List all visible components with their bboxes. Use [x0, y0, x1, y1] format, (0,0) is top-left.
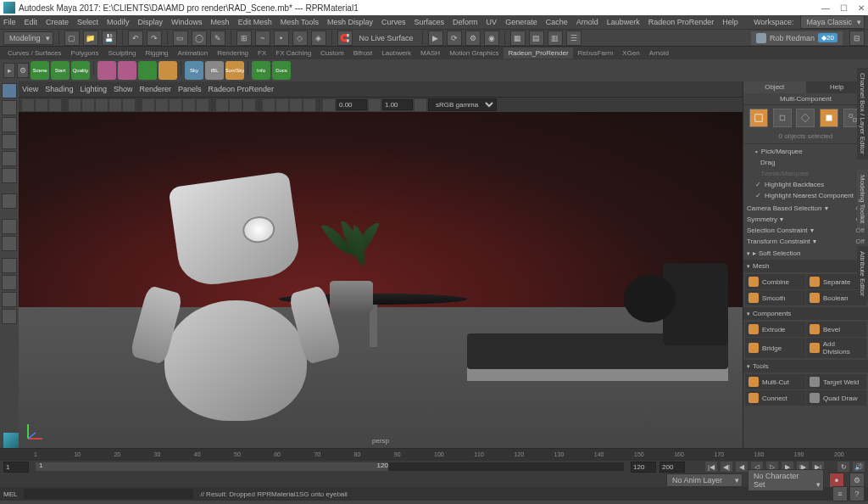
rewind-button[interactable]: |◀ — [705, 462, 717, 472]
shelf-tab-mash[interactable]: MASH — [416, 48, 444, 59]
side-tab-attribute[interactable]: Attribute Editor — [857, 246, 868, 301]
comp-tool-bevel[interactable]: Bevel — [806, 322, 866, 337]
mesh-tool-combine[interactable]: Combine — [745, 274, 805, 289]
components-header[interactable]: Components — [743, 307, 868, 320]
help-line-icon[interactable]: ? — [849, 486, 865, 501]
layout-b[interactable] — [2, 275, 17, 290]
panel3-icon[interactable]: ▥ — [548, 31, 563, 46]
panels-menu[interactable]: Panels — [178, 85, 202, 93]
snap-curve-icon[interactable]: ~ — [255, 31, 270, 46]
vp-shadow-icon[interactable] — [197, 99, 209, 111]
menu-edit[interactable]: Edit — [25, 18, 38, 26]
paint-tool[interactable] — [2, 117, 17, 132]
maximize-button[interactable]: ☐ — [840, 3, 848, 13]
menu-modify[interactable]: Modify — [107, 18, 130, 26]
anim-layer-select[interactable]: No Anim Layer — [666, 473, 743, 487]
new-scene-icon[interactable]: ▢ — [64, 31, 80, 46]
shelf-menu-icon[interactable]: ⚙ — [17, 63, 29, 78]
menu-uv[interactable]: UV — [487, 18, 498, 26]
script-lang-label[interactable]: MEL — [3, 490, 17, 498]
menu-cache[interactable]: Cache — [546, 18, 568, 26]
minimize-button[interactable]: — — [821, 3, 830, 13]
mesh-header[interactable]: Mesh — [743, 260, 868, 272]
vp-gate-icon[interactable] — [96, 99, 108, 111]
edge-mode-icon[interactable] — [796, 109, 815, 127]
viewport[interactable]: persp — [19, 112, 743, 448]
menu-select[interactable]: Select — [77, 18, 98, 26]
snap-grid-icon[interactable]: ⊞ — [236, 31, 252, 46]
select-tool[interactable] — [2, 83, 17, 98]
playback-start-input[interactable] — [3, 462, 29, 473]
hypershade-icon[interactable]: ◉ — [484, 31, 499, 46]
paint-select-icon[interactable]: ✎ — [210, 31, 225, 46]
panel4-icon[interactable]: ☰ — [566, 31, 581, 46]
close-button[interactable]: ✕ — [858, 3, 865, 13]
edit-tool-connect[interactable]: Connect — [745, 390, 805, 406]
shelf-tab-animation[interactable]: Animation — [174, 48, 213, 59]
loop-button[interactable]: ↻ — [837, 462, 849, 472]
user-account[interactable]: Rob Redman ◆20 — [751, 31, 843, 45]
pick-marquee-option[interactable]: • Pick/Marquee — [747, 146, 865, 157]
audio-button[interactable]: 🔊 — [853, 462, 865, 472]
snap-plane-icon[interactable]: ◇ — [292, 31, 308, 46]
vp-tex-icon[interactable] — [170, 99, 181, 111]
menu-help[interactable]: Help — [722, 18, 738, 26]
vp-res-icon[interactable] — [109, 99, 121, 111]
menu-curves[interactable]: Curves — [381, 18, 406, 26]
comp-tool-extrude[interactable]: Extrude — [745, 322, 805, 337]
layout-c[interactable] — [2, 292, 17, 307]
vp-ao-icon[interactable] — [263, 99, 275, 111]
vp-xray-icon[interactable] — [230, 99, 242, 111]
side-tab-channelbox[interactable]: Channel Box / Layer Editor — [857, 68, 868, 160]
soft-selection-header[interactable]: ▸ Soft Selection — [743, 247, 868, 260]
tweak-marquee-option[interactable]: Tweak/Marquee — [747, 168, 865, 179]
camera-selection-row[interactable]: Camera Based Selection ▾Off — [743, 203, 868, 214]
symmetry-row[interactable]: Symmetry ▾Off — [743, 214, 868, 225]
menu-laubwerk[interactable]: Laubwerk — [607, 18, 640, 26]
vp-shaded-icon[interactable] — [156, 99, 168, 111]
menu-windows[interactable]: Windows — [171, 18, 203, 26]
menu-editmesh[interactable]: Edit Mesh — [238, 18, 272, 26]
panel2-icon[interactable]: ▤ — [529, 31, 544, 46]
tools-header[interactable]: Tools — [743, 360, 868, 372]
menu-mesh[interactable]: Mesh — [211, 18, 230, 26]
last-tool[interactable] — [2, 193, 17, 209]
vp-iso-icon[interactable] — [216, 99, 228, 111]
open-scene-icon[interactable]: 📁 — [83, 31, 98, 46]
selection-constraint-row[interactable]: Selection Constraint ▾Off — [743, 225, 868, 236]
shelf-tab-radeon-prorender[interactable]: Radeon_ProRender — [504, 48, 572, 59]
shelf-button-5[interactable] — [138, 61, 157, 80]
shelf-tab-curves-surfaces[interactable]: Curves / Surfaces — [3, 48, 66, 59]
menu-deform[interactable]: Deform — [453, 18, 478, 26]
menu-arnold[interactable]: Arnold — [576, 18, 598, 26]
shelf-button-4[interactable] — [118, 61, 136, 80]
vp-gamma-icon[interactable] — [369, 99, 381, 111]
transform-constraint-row[interactable]: Transform Constraint ▾Off — [743, 236, 868, 247]
menu-meshdisplay[interactable]: Mesh Display — [327, 18, 373, 26]
menu-display[interactable]: Display — [138, 18, 164, 26]
shelf-tab-fx-caching[interactable]: FX Caching — [271, 48, 315, 59]
panel1-icon[interactable]: ▦ — [510, 31, 526, 46]
range-slider[interactable]: 1 120 — [36, 462, 624, 471]
radeon-menu[interactable]: Radeon ProRender — [209, 85, 275, 93]
shelf-tab-rigging[interactable]: Rigging — [141, 48, 172, 59]
shading-menu[interactable]: Shading — [45, 85, 73, 93]
vp-motion-icon[interactable] — [276, 99, 288, 111]
menu-radeon[interactable]: Radeon ProRender — [648, 18, 715, 26]
redo-icon[interactable]: ↷ — [147, 31, 162, 46]
highlight-nearest-check[interactable]: Highlight Nearest Component — [747, 190, 865, 201]
highlight-backfaces-check[interactable]: Highlight Backfaces — [747, 179, 865, 190]
lasso-tool[interactable] — [2, 100, 17, 115]
shelf-button-3[interactable] — [97, 61, 116, 80]
show-menu[interactable]: Show — [114, 85, 133, 93]
lasso-icon[interactable]: ◯ — [192, 31, 207, 46]
live-surface-icon[interactable]: 🧲 — [337, 31, 353, 46]
vp-color-icon[interactable] — [415, 99, 426, 111]
select-icon[interactable]: ▭ — [173, 31, 188, 46]
shelf-tab-laubwerk[interactable]: Laubwerk — [377, 48, 415, 59]
snap-point-icon[interactable]: • — [274, 31, 289, 46]
edit-tool-quad-draw[interactable]: Quad Draw — [806, 390, 866, 406]
render-icon[interactable]: ▶ — [428, 31, 443, 46]
scale-tool[interactable] — [2, 168, 17, 183]
layout-d[interactable] — [2, 309, 17, 324]
